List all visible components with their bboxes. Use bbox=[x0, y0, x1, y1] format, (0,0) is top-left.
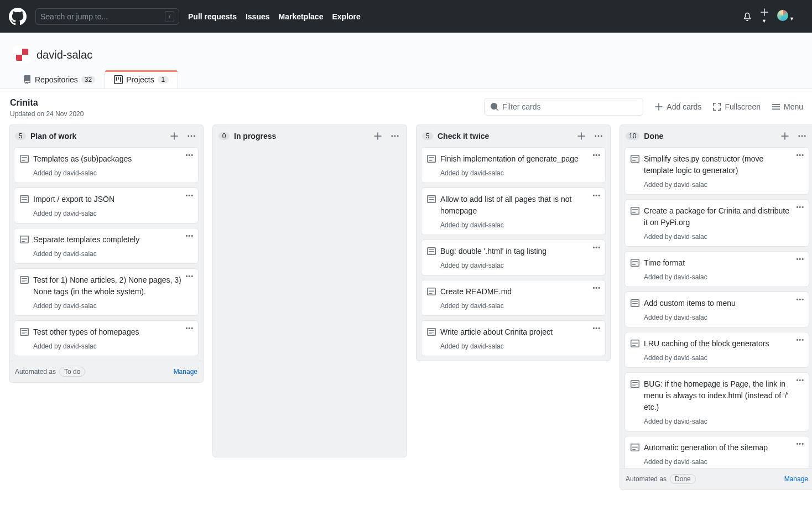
tab-label: Repositories bbox=[35, 75, 78, 84]
card-title: Add custom items to menu bbox=[644, 298, 736, 309]
column-menu-icon[interactable] bbox=[592, 131, 605, 141]
card-menu-icon[interactable]: ••• bbox=[796, 337, 804, 343]
search-input[interactable] bbox=[40, 12, 165, 21]
card-author-link[interactable]: david-salac bbox=[470, 302, 504, 310]
card-menu-icon[interactable]: ••• bbox=[796, 441, 804, 447]
filter-input[interactable] bbox=[502, 102, 637, 111]
card-author-link[interactable]: david-salac bbox=[63, 342, 97, 350]
card-meta: Added by david-salac bbox=[644, 273, 792, 281]
automation-pill[interactable]: To do bbox=[59, 367, 85, 377]
card[interactable]: ••• BUG: if the homepage is Page, the li… bbox=[624, 372, 809, 431]
card-title: Templates as (sub)packages bbox=[33, 153, 132, 165]
fullscreen-button[interactable]: Fullscreen bbox=[712, 102, 761, 111]
card-author-link[interactable]: david-salac bbox=[63, 210, 97, 217]
add-card-icon[interactable] bbox=[778, 131, 792, 142]
menu-button[interactable]: Menu bbox=[772, 102, 803, 111]
add-card-icon[interactable] bbox=[371, 131, 384, 142]
card-menu-icon[interactable]: ••• bbox=[592, 244, 601, 251]
column-menu-icon[interactable] bbox=[796, 131, 808, 141]
card[interactable]: ••• Bug: double '.html' in tag listing A… bbox=[421, 240, 606, 275]
column-header: 5 Plan of work bbox=[9, 125, 203, 147]
column-menu-icon[interactable] bbox=[185, 131, 197, 141]
card[interactable]: ••• LRU caching of the block generators … bbox=[624, 332, 809, 368]
user-menu[interactable]: ▼ bbox=[777, 10, 794, 23]
filter-cards[interactable] bbox=[484, 98, 643, 116]
card-menu-icon[interactable]: ••• bbox=[185, 233, 194, 239]
tab-label: Projects bbox=[126, 75, 154, 84]
card-title: LRU caching of the block generators bbox=[644, 338, 769, 350]
create-new-dropdown[interactable]: ▼ bbox=[761, 8, 768, 25]
manage-link[interactable]: Manage bbox=[174, 368, 197, 376]
card-author-link[interactable]: david-salac bbox=[674, 354, 707, 362]
card[interactable]: ••• Write article about Crinita project … bbox=[421, 320, 606, 356]
column-count: 0 bbox=[218, 132, 230, 140]
card-author-link[interactable]: david-salac bbox=[63, 169, 97, 177]
card-author-link[interactable]: david-salac bbox=[470, 169, 504, 177]
card[interactable]: ••• Time format Added by david-salac bbox=[624, 251, 809, 287]
github-logo-icon[interactable] bbox=[9, 8, 27, 25]
note-icon bbox=[631, 206, 639, 215]
card[interactable]: ••• Test for 1) None articles, 2) None p… bbox=[14, 268, 199, 316]
card[interactable]: ••• Separate templates completely Added … bbox=[14, 228, 199, 264]
card-author-link[interactable]: david-salac bbox=[674, 314, 707, 321]
add-card-icon[interactable] bbox=[168, 131, 181, 142]
card-author-link[interactable]: david-salac bbox=[470, 221, 504, 229]
card-menu-icon[interactable]: ••• bbox=[592, 152, 601, 158]
card-author-link[interactable]: david-salac bbox=[674, 458, 707, 466]
column-menu-icon[interactable] bbox=[389, 131, 401, 141]
card[interactable]: ••• Allow to add list of all pages that … bbox=[421, 188, 606, 235]
card-menu-icon[interactable]: ••• bbox=[185, 325, 194, 331]
nav-explore[interactable]: Explore bbox=[332, 12, 360, 21]
note-icon bbox=[20, 154, 29, 163]
tab-repositories[interactable]: Repositories 32 bbox=[13, 70, 105, 88]
card[interactable]: ••• Simplify sites.py constructor (move … bbox=[624, 147, 809, 195]
card-author-link[interactable]: david-salac bbox=[63, 250, 97, 258]
card-author-link[interactable]: david-salac bbox=[674, 233, 707, 241]
card[interactable]: ••• Templates as (sub)packages Added by … bbox=[14, 147, 199, 183]
card-menu-icon[interactable]: ••• bbox=[796, 152, 804, 158]
card-meta: Added by david-salac bbox=[644, 181, 792, 189]
card-menu-icon[interactable]: ••• bbox=[796, 296, 804, 303]
card-menu-icon[interactable]: ••• bbox=[796, 377, 804, 383]
card[interactable]: ••• Create a package for Crinita and dis… bbox=[624, 199, 809, 247]
card-menu-icon[interactable]: ••• bbox=[796, 204, 804, 210]
tab-projects[interactable]: Projects 1 bbox=[105, 70, 178, 88]
card[interactable]: ••• Automatic generation of the sitemap … bbox=[624, 436, 809, 468]
card-title: Create a package for Crinita and distrib… bbox=[644, 205, 792, 228]
profile-name[interactable]: david-salac bbox=[37, 49, 92, 61]
nav-pull-requests[interactable]: Pull requests bbox=[188, 12, 237, 21]
card-author-link[interactable]: david-salac bbox=[63, 302, 97, 310]
card[interactable]: ••• Add custom items to menu Added by da… bbox=[624, 291, 809, 327]
automation-pill[interactable]: Done bbox=[670, 474, 696, 484]
card-author-link[interactable]: david-salac bbox=[674, 273, 707, 281]
slash-key-icon: / bbox=[165, 11, 174, 22]
card-menu-icon[interactable]: ••• bbox=[185, 152, 194, 158]
add-card-icon[interactable] bbox=[575, 131, 588, 142]
card[interactable]: ••• Test other types of homepages Added … bbox=[14, 320, 199, 356]
notifications-icon[interactable] bbox=[743, 12, 752, 21]
card[interactable]: ••• Import / export to JSON Added by dav… bbox=[14, 188, 199, 223]
card-author-link[interactable]: david-salac bbox=[470, 262, 504, 269]
card-menu-icon[interactable]: ••• bbox=[592, 325, 601, 331]
card-author-link[interactable]: david-salac bbox=[674, 181, 707, 189]
card-menu-icon[interactable]: ••• bbox=[592, 285, 601, 291]
manage-link[interactable]: Manage bbox=[784, 475, 808, 483]
nav-marketplace[interactable]: Marketplace bbox=[279, 12, 324, 21]
card-author-link[interactable]: david-salac bbox=[674, 418, 707, 425]
card[interactable]: ••• Finish implementation of generate_pa… bbox=[421, 147, 606, 183]
note-icon bbox=[631, 379, 639, 388]
card-menu-icon[interactable]: ••• bbox=[796, 256, 804, 262]
add-cards-button[interactable]: Add cards bbox=[654, 102, 701, 111]
global-search[interactable]: / bbox=[35, 8, 179, 25]
profile-avatar[interactable] bbox=[13, 46, 31, 64]
board-column: 0 In progress bbox=[212, 124, 407, 457]
card-menu-icon[interactable]: ••• bbox=[185, 273, 194, 279]
card-menu-icon[interactable]: ••• bbox=[592, 192, 601, 199]
note-icon bbox=[427, 327, 436, 336]
card[interactable]: ••• Create README.md Added by david-sala… bbox=[421, 280, 606, 316]
card-menu-icon[interactable]: ••• bbox=[185, 192, 194, 199]
card-meta: Added by david-salac bbox=[33, 342, 181, 350]
nav-issues[interactable]: Issues bbox=[246, 12, 270, 21]
card-author-link[interactable]: david-salac bbox=[470, 342, 504, 350]
svg-point-5 bbox=[397, 136, 399, 137]
